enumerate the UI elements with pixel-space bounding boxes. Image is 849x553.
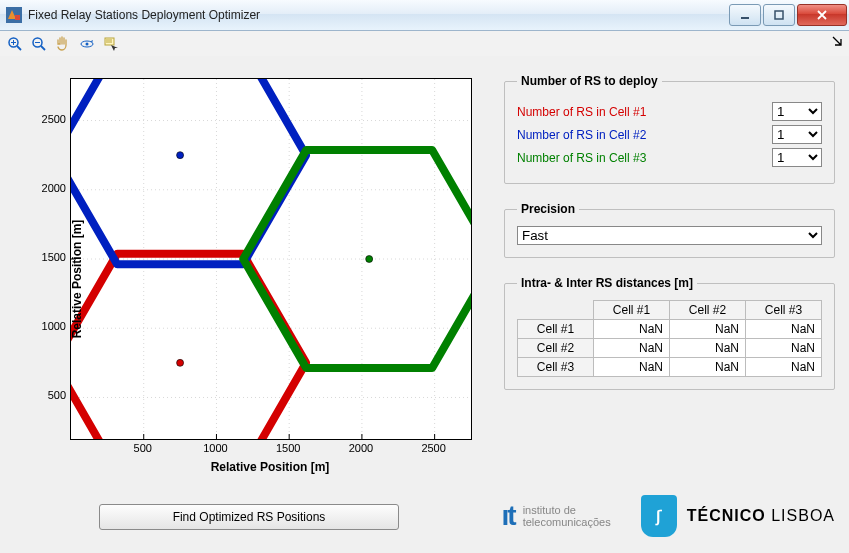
logo-tecnico-bold: TÉCNICO bbox=[687, 507, 766, 524]
logos: ıt instituto de telecomunicações ʃ TÉCNI… bbox=[502, 495, 835, 537]
precision-select[interactable]: Fast bbox=[517, 226, 822, 245]
deploy-row-1: Number of RS in Cell #11 bbox=[517, 102, 822, 121]
dist-cell: NaN bbox=[670, 320, 746, 339]
dist-cell: NaN bbox=[670, 339, 746, 358]
logo-it-line1: instituto de bbox=[523, 504, 576, 516]
distances-table: Cell #1Cell #2Cell #3Cell #1NaNNaNNaNCel… bbox=[517, 300, 822, 377]
x-tick-label: 1000 bbox=[195, 442, 235, 454]
svg-line-5 bbox=[17, 46, 21, 50]
deploy-legend: Number of RS to deploy bbox=[517, 74, 662, 88]
dist-cell: NaN bbox=[746, 339, 822, 358]
y-tick-label: 1000 bbox=[26, 320, 66, 332]
x-tick-label: 1500 bbox=[268, 442, 308, 454]
svg-point-38 bbox=[366, 256, 373, 263]
dist-cell: NaN bbox=[746, 358, 822, 377]
zoom-out-icon[interactable] bbox=[28, 33, 50, 55]
pan-icon[interactable] bbox=[52, 33, 74, 55]
logo-it: ıt instituto de telecomunicações bbox=[502, 500, 611, 532]
dist-row-header: Cell #3 bbox=[518, 358, 594, 377]
dock-figure-icon[interactable] bbox=[831, 35, 843, 50]
distances-panel: Intra- & Inter RS distances [m] Cell #1C… bbox=[504, 276, 835, 390]
deploy-select-1[interactable]: 1 bbox=[772, 102, 822, 121]
figure-toolbar bbox=[0, 31, 849, 58]
app-window: Fixed Relay Stations Deployment Optimize… bbox=[0, 0, 849, 553]
precision-legend: Precision bbox=[517, 202, 579, 216]
dist-cell: NaN bbox=[594, 320, 670, 339]
minimize-button[interactable] bbox=[729, 4, 761, 26]
svg-rect-2 bbox=[741, 17, 749, 19]
dist-row-header: Cell #2 bbox=[518, 339, 594, 358]
deploy-panel: Number of RS to deploy Number of RS in C… bbox=[504, 74, 835, 184]
shield-icon: ʃ bbox=[641, 495, 677, 537]
dist-cell: NaN bbox=[670, 358, 746, 377]
x-tick-label: 2500 bbox=[414, 442, 454, 454]
dist-col-header: Cell #3 bbox=[746, 301, 822, 320]
precision-panel: Precision Fast bbox=[504, 202, 835, 258]
y-tick-label: 1500 bbox=[26, 251, 66, 263]
deploy-row-3: Number of RS in Cell #31 bbox=[517, 148, 822, 167]
y-tick-label: 500 bbox=[26, 389, 66, 401]
svg-rect-3 bbox=[775, 11, 783, 19]
maximize-button[interactable] bbox=[763, 4, 795, 26]
window-buttons bbox=[727, 4, 847, 26]
svg-point-36 bbox=[177, 359, 184, 366]
svg-point-37 bbox=[177, 152, 184, 159]
zoom-in-icon[interactable] bbox=[4, 33, 26, 55]
dist-col-header: Cell #1 bbox=[594, 301, 670, 320]
deploy-label: Number of RS in Cell #1 bbox=[517, 105, 646, 119]
logo-it-mark: ıt bbox=[502, 500, 515, 532]
logo-it-line2: telecomunicações bbox=[523, 516, 611, 528]
app-icon bbox=[6, 7, 22, 23]
window-title: Fixed Relay Stations Deployment Optimize… bbox=[28, 8, 727, 22]
dist-cell: NaN bbox=[594, 358, 670, 377]
deploy-row-2: Number of RS in Cell #21 bbox=[517, 125, 822, 144]
data-cursor-icon[interactable] bbox=[100, 33, 122, 55]
plot-canvas bbox=[71, 79, 471, 439]
y-tick-label: 2500 bbox=[26, 113, 66, 125]
svg-line-9 bbox=[41, 46, 45, 50]
y-tick-label: 2000 bbox=[26, 182, 66, 194]
deploy-select-3[interactable]: 1 bbox=[772, 148, 822, 167]
svg-rect-1 bbox=[15, 15, 20, 20]
x-tick-label: 500 bbox=[123, 442, 163, 454]
distances-legend: Intra- & Inter RS distances [m] bbox=[517, 276, 697, 290]
client-area: Relative Position [m] Relative Position … bbox=[0, 56, 849, 553]
titlebar: Fixed Relay Stations Deployment Optimize… bbox=[0, 0, 849, 31]
axes[interactable]: Relative Position [m] Relative Position … bbox=[14, 74, 484, 484]
x-tick-label: 2000 bbox=[341, 442, 381, 454]
dist-col-header: Cell #2 bbox=[670, 301, 746, 320]
deploy-select-2[interactable]: 1 bbox=[772, 125, 822, 144]
logo-tecnico-light: LISBOA bbox=[771, 507, 835, 524]
y-axis-label: Relative Position [m] bbox=[70, 220, 84, 339]
logo-tecnico: ʃ TÉCNICO LISBOA bbox=[641, 495, 835, 537]
dist-row-header: Cell #1 bbox=[518, 320, 594, 339]
svg-point-12 bbox=[86, 43, 89, 46]
rotate-3d-icon[interactable] bbox=[76, 33, 98, 55]
deploy-label: Number of RS in Cell #3 bbox=[517, 151, 646, 165]
dist-cell: NaN bbox=[594, 339, 670, 358]
deploy-label: Number of RS in Cell #2 bbox=[517, 128, 646, 142]
dist-cell: NaN bbox=[746, 320, 822, 339]
find-optimized-button[interactable]: Find Optimized RS Positions bbox=[99, 504, 399, 530]
x-axis-label: Relative Position [m] bbox=[70, 460, 470, 474]
close-button[interactable] bbox=[797, 4, 847, 26]
